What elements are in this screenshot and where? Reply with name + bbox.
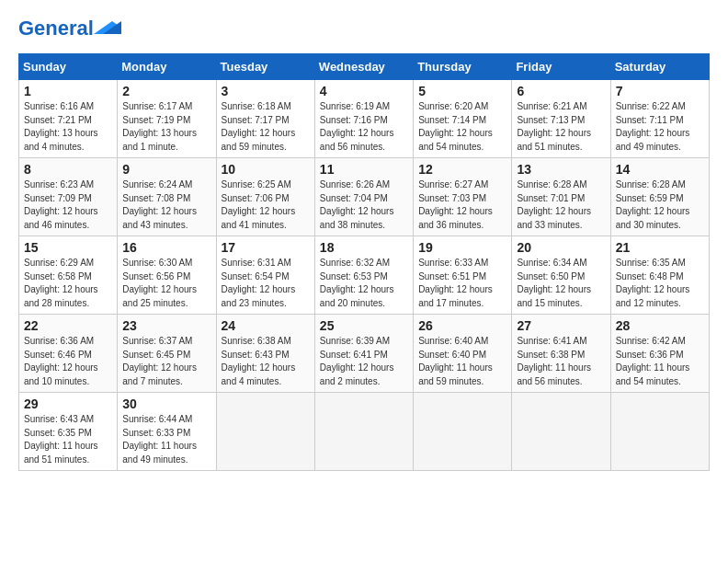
calendar-cell: 17Sunrise: 6:31 AM Sunset: 6:54 PM Dayli… — [216, 236, 314, 315]
day-number: 7 — [616, 84, 704, 98]
day-number: 16 — [122, 240, 210, 255]
day-number: 25 — [320, 318, 408, 333]
day-number: 11 — [320, 162, 408, 177]
day-info: Sunrise: 6:26 AM Sunset: 7:04 PM Dayligh… — [320, 178, 408, 232]
calendar-cell: 7Sunrise: 6:22 AM Sunset: 7:11 PM Daylig… — [610, 80, 709, 158]
calendar-cell — [414, 393, 512, 471]
col-header-monday: Monday — [118, 54, 216, 80]
day-info: Sunrise: 6:17 AM Sunset: 7:19 PM Dayligh… — [122, 100, 210, 154]
calendar-cell: 6Sunrise: 6:21 AM Sunset: 7:13 PM Daylig… — [512, 80, 610, 158]
day-number: 10 — [222, 162, 310, 177]
calendar-cell: 21Sunrise: 6:35 AM Sunset: 6:48 PM Dayli… — [610, 236, 709, 315]
day-number: 21 — [616, 240, 704, 255]
day-number: 27 — [517, 318, 605, 333]
day-info: Sunrise: 6:33 AM Sunset: 6:51 PM Dayligh… — [418, 257, 506, 310]
calendar-cell: 20Sunrise: 6:34 AM Sunset: 6:50 PM Dayli… — [512, 236, 610, 315]
calendar-cell: 30Sunrise: 6:44 AM Sunset: 6:33 PM Dayli… — [118, 393, 216, 471]
day-number: 20 — [517, 240, 605, 255]
day-info: Sunrise: 6:41 AM Sunset: 6:38 PM Dayligh… — [517, 335, 605, 388]
day-number: 28 — [616, 318, 704, 333]
day-number: 15 — [24, 240, 112, 255]
day-number: 9 — [122, 162, 210, 177]
day-info: Sunrise: 6:35 AM Sunset: 6:48 PM Dayligh… — [616, 257, 704, 310]
day-number: 24 — [222, 318, 310, 333]
calendar-cell — [512, 393, 610, 471]
day-info: Sunrise: 6:24 AM Sunset: 7:08 PM Dayligh… — [122, 178, 210, 232]
day-info: Sunrise: 6:37 AM Sunset: 6:45 PM Dayligh… — [122, 335, 210, 388]
day-number: 19 — [418, 240, 506, 255]
day-info: Sunrise: 6:44 AM Sunset: 6:33 PM Dayligh… — [122, 413, 210, 466]
calendar-cell: 24Sunrise: 6:38 AM Sunset: 6:43 PM Dayli… — [216, 315, 314, 393]
col-header-sunday: Sunday — [19, 54, 118, 80]
day-number: 14 — [616, 162, 704, 177]
calendar-cell: 12Sunrise: 6:27 AM Sunset: 7:03 PM Dayli… — [414, 158, 512, 236]
day-info: Sunrise: 6:25 AM Sunset: 7:06 PM Dayligh… — [222, 178, 310, 232]
calendar-cell — [216, 393, 314, 471]
logo-icon — [94, 21, 121, 34]
day-number: 1 — [24, 84, 112, 98]
calendar-cell: 3Sunrise: 6:18 AM Sunset: 7:17 PM Daylig… — [216, 80, 314, 158]
day-number: 5 — [418, 84, 506, 98]
day-info: Sunrise: 6:23 AM Sunset: 7:09 PM Dayligh… — [24, 178, 112, 232]
day-info: Sunrise: 6:40 AM Sunset: 6:40 PM Dayligh… — [418, 335, 506, 388]
day-info: Sunrise: 6:22 AM Sunset: 7:11 PM Dayligh… — [616, 100, 704, 154]
day-info: Sunrise: 6:39 AM Sunset: 6:41 PM Dayligh… — [320, 335, 408, 388]
day-info: Sunrise: 6:18 AM Sunset: 7:17 PM Dayligh… — [222, 100, 310, 154]
day-number: 8 — [24, 162, 112, 177]
day-number: 13 — [517, 162, 605, 177]
day-info: Sunrise: 6:19 AM Sunset: 7:16 PM Dayligh… — [320, 100, 408, 154]
day-number: 26 — [418, 318, 506, 333]
calendar-cell: 13Sunrise: 6:28 AM Sunset: 7:01 PM Dayli… — [512, 158, 610, 236]
calendar-cell: 26Sunrise: 6:40 AM Sunset: 6:40 PM Dayli… — [414, 315, 512, 393]
day-info: Sunrise: 6:20 AM Sunset: 7:14 PM Dayligh… — [418, 100, 506, 154]
day-info: Sunrise: 6:21 AM Sunset: 7:13 PM Dayligh… — [517, 100, 605, 154]
calendar-cell: 28Sunrise: 6:42 AM Sunset: 6:36 PM Dayli… — [610, 315, 709, 393]
day-number: 23 — [122, 318, 210, 333]
calendar-cell: 29Sunrise: 6:43 AM Sunset: 6:35 PM Dayli… — [19, 393, 118, 471]
calendar-cell: 9Sunrise: 6:24 AM Sunset: 7:08 PM Daylig… — [118, 158, 216, 236]
calendar-cell: 5Sunrise: 6:20 AM Sunset: 7:14 PM Daylig… — [414, 80, 512, 158]
calendar-cell: 16Sunrise: 6:30 AM Sunset: 6:56 PM Dayli… — [118, 236, 216, 315]
logo-text: General — [18, 18, 94, 39]
calendar-cell: 15Sunrise: 6:29 AM Sunset: 6:58 PM Dayli… — [19, 236, 118, 315]
calendar-cell: 11Sunrise: 6:26 AM Sunset: 7:04 PM Dayli… — [314, 158, 413, 236]
day-info: Sunrise: 6:38 AM Sunset: 6:43 PM Dayligh… — [222, 335, 310, 388]
col-header-tuesday: Tuesday — [216, 54, 314, 80]
day-info: Sunrise: 6:34 AM Sunset: 6:50 PM Dayligh… — [517, 257, 605, 310]
calendar-cell: 22Sunrise: 6:36 AM Sunset: 6:46 PM Dayli… — [19, 315, 118, 393]
calendar-cell — [314, 393, 413, 471]
col-header-saturday: Saturday — [610, 54, 709, 80]
calendar-cell: 2Sunrise: 6:17 AM Sunset: 7:19 PM Daylig… — [118, 80, 216, 158]
day-number: 22 — [24, 318, 112, 333]
day-number: 17 — [222, 240, 310, 255]
page-header: General — [18, 18, 710, 39]
col-header-thursday: Thursday — [414, 54, 512, 80]
calendar-table: SundayMondayTuesdayWednesdayThursdayFrid… — [18, 53, 710, 471]
calendar-cell: 4Sunrise: 6:19 AM Sunset: 7:16 PM Daylig… — [314, 80, 413, 158]
calendar-cell: 1Sunrise: 6:16 AM Sunset: 7:21 PM Daylig… — [19, 80, 118, 158]
calendar-cell: 8Sunrise: 6:23 AM Sunset: 7:09 PM Daylig… — [19, 158, 118, 236]
day-number: 2 — [122, 84, 210, 98]
calendar-cell: 18Sunrise: 6:32 AM Sunset: 6:53 PM Dayli… — [314, 236, 413, 315]
day-info: Sunrise: 6:32 AM Sunset: 6:53 PM Dayligh… — [320, 257, 408, 310]
calendar-cell: 10Sunrise: 6:25 AM Sunset: 7:06 PM Dayli… — [216, 158, 314, 236]
col-header-wednesday: Wednesday — [314, 54, 413, 80]
day-number: 30 — [122, 396, 210, 411]
day-info: Sunrise: 6:31 AM Sunset: 6:54 PM Dayligh… — [222, 257, 310, 310]
calendar-cell: 14Sunrise: 6:28 AM Sunset: 6:59 PM Dayli… — [610, 158, 709, 236]
logo: General — [18, 18, 121, 39]
day-info: Sunrise: 6:30 AM Sunset: 6:56 PM Dayligh… — [122, 257, 210, 310]
day-info: Sunrise: 6:27 AM Sunset: 7:03 PM Dayligh… — [418, 178, 506, 232]
calendar-cell — [610, 393, 709, 471]
calendar-cell: 25Sunrise: 6:39 AM Sunset: 6:41 PM Dayli… — [314, 315, 413, 393]
day-info: Sunrise: 6:42 AM Sunset: 6:36 PM Dayligh… — [616, 335, 704, 388]
day-info: Sunrise: 6:36 AM Sunset: 6:46 PM Dayligh… — [24, 335, 112, 388]
calendar-cell: 19Sunrise: 6:33 AM Sunset: 6:51 PM Dayli… — [414, 236, 512, 315]
day-number: 3 — [222, 84, 310, 98]
calendar-cell: 23Sunrise: 6:37 AM Sunset: 6:45 PM Dayli… — [118, 315, 216, 393]
day-number: 4 — [320, 84, 408, 98]
col-header-friday: Friday — [512, 54, 610, 80]
day-info: Sunrise: 6:43 AM Sunset: 6:35 PM Dayligh… — [24, 413, 112, 466]
day-number: 29 — [24, 396, 112, 411]
day-number: 12 — [418, 162, 506, 177]
